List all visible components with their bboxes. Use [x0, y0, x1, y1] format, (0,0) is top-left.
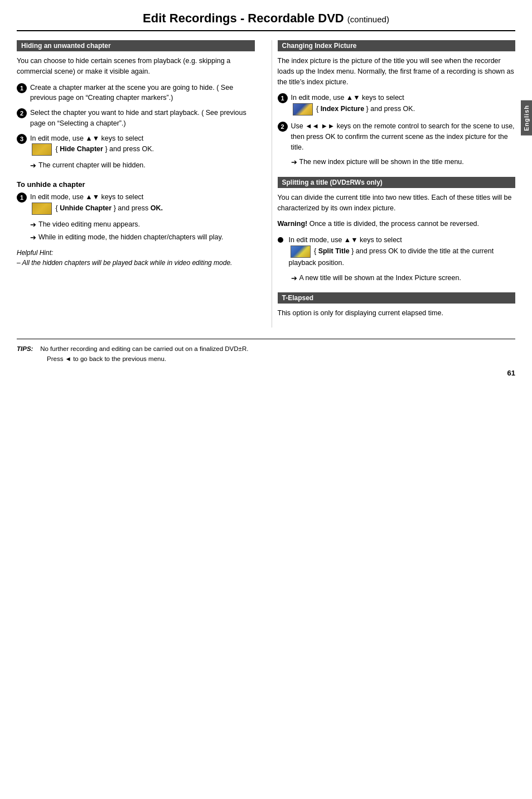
english-label: English [521, 100, 532, 136]
changing-step-2-content: Use ◄◄ ►► keys on the remote control to … [291, 121, 516, 152]
hiding-intro: You can choose to hide certain scenes fr… [17, 56, 255, 77]
unhide-chapter-icon [32, 203, 52, 215]
content-area: Hiding an unwanted chapter You can choos… [17, 40, 515, 328]
unhide-step-1-suffix: and press [118, 204, 148, 212]
arrow-icon-3: ➔ [30, 232, 36, 243]
tips-line2: Press ◄ to go back to the previous menu. [47, 355, 166, 362]
warning-paragraph: Warning! Once a title is divided, the pr… [278, 219, 516, 229]
changing-step-1-suffix: and press OK. [370, 105, 415, 113]
index-picture-icon [293, 103, 313, 115]
changing-step-num-1: 1 [278, 93, 288, 103]
unhide-arrow-2: ➔ While in editing mode, the hidden chap… [30, 232, 255, 243]
changing-step-1: 1 In edit mode, use ▲▼ keys to select { … [278, 93, 516, 115]
split-title-label: Split Title [318, 247, 350, 255]
title-text: Edit Recordings - Recordable DVD [143, 11, 344, 25]
unhide-arrow-1: ➔ The video editing menu appears. [30, 219, 255, 230]
hide-step-2: 2 Select the chapter you want to hide an… [17, 108, 255, 129]
step-num-3: 3 [17, 134, 27, 144]
splitting-step-1: In edit mode, use ▲▼ keys to select { Sp… [278, 235, 516, 268]
changing-arrow-1-text: The new index picture will be shown in t… [299, 157, 464, 167]
telapsed-text: This option is only for displaying curre… [278, 308, 516, 319]
tips-line1: No further recording and editing can be … [40, 345, 248, 352]
hide-step-1: 1 Create a chapter marker at the scene y… [17, 83, 255, 104]
split-title-icon [291, 246, 311, 258]
hint-label: Helpful Hint: [17, 249, 53, 257]
splitting-arrow-1-text: A new title will be shown at the Index P… [299, 273, 461, 283]
warning-label: Warning! [278, 220, 308, 228]
hiding-header: Hiding an unwanted chapter [17, 40, 255, 51]
index-picture-label: Index Picture [321, 105, 365, 113]
telapsed-header: T-Elapsed [278, 292, 516, 304]
bullet-icon [278, 237, 283, 243]
unhide-ok: OK. [151, 204, 163, 212]
right-column: Changing Index Picture The index picture… [272, 40, 516, 328]
arrow-icon: ➔ [30, 160, 36, 171]
changing-step-num-2: 2 [278, 122, 288, 132]
splitting-section: Splitting a title (DVD±RWs only) You can… [278, 177, 516, 283]
splitting-arrow-1: ➔ A new title will be shown at the Index… [291, 273, 516, 284]
step-num-2: 2 [17, 108, 27, 118]
unhide-section: To unhide a chapter 1 In edit mode, use … [17, 180, 255, 268]
hiding-section: Hiding an unwanted chapter You can choos… [17, 40, 255, 171]
title-continued: (continued) [347, 15, 389, 24]
tips-bar: TIPS: No further recording and editing c… [17, 339, 515, 364]
page-number: 61 [17, 369, 515, 377]
unhide-title: To unhide a chapter [17, 180, 255, 189]
hide-chapter-icon [32, 143, 52, 156]
unhide-step-1-text: In edit mode, use ▲▼ keys to select [30, 193, 143, 201]
unhide-step-1-content: In edit mode, use ▲▼ keys to select { Un… [30, 192, 255, 215]
hide-step-1-content: Create a chapter marker at the scene you… [30, 83, 255, 104]
telapsed-section: T-Elapsed This option is only for displa… [278, 292, 516, 319]
unhide-step-num-1: 1 [17, 192, 27, 203]
page: Edit Recordings - Recordable DVD (contin… [0, 0, 532, 799]
hide-chapter-label: Hide Chapter [60, 146, 103, 153]
arrow-icon-5: ➔ [291, 273, 297, 284]
splitting-step-1-text: In edit mode, use ▲▼ keys to select [289, 236, 402, 244]
splitting-step-1-content: In edit mode, use ▲▼ keys to select { Sp… [289, 235, 516, 268]
changing-header: Changing Index Picture [278, 40, 516, 51]
changing-arrow-1: ➔ The new index picture will be shown in… [291, 157, 516, 168]
arrow-icon-2: ➔ [30, 219, 36, 230]
hide-arrow-1: ➔ The current chapter will be hidden. [30, 160, 255, 171]
hint-text: – All the hidden chapters will be played… [17, 259, 232, 267]
splitting-header: Splitting a title (DVD±RWs only) [278, 177, 516, 188]
hide-step-3-content: In edit mode, use ▲▼ keys to select { Hi… [30, 133, 255, 156]
unhide-chapter-label: Unhide Chapter [60, 204, 112, 212]
changing-step-1-content: In edit mode, use ▲▼ keys to select { In… [291, 93, 516, 115]
changing-intro: The index picture is the picture of the … [278, 56, 516, 87]
warning-text: Once a title is divided, the process can… [307, 220, 479, 228]
changing-step-1-text: In edit mode, use ▲▼ keys to select [291, 94, 404, 102]
tips-label: TIPS: [17, 345, 33, 352]
hide-step-3-suffix: and press OK. [109, 146, 154, 153]
changing-section: Changing Index Picture The index picture… [278, 40, 516, 168]
left-column: Hiding an unwanted chapter You can choos… [17, 40, 260, 328]
unhide-arrow-2-text: While in editing mode, the hidden chapte… [38, 232, 223, 243]
changing-step-2: 2 Use ◄◄ ►► keys on the remote control t… [278, 121, 516, 152]
unhide-step-1: 1 In edit mode, use ▲▼ keys to select { … [17, 192, 255, 215]
hide-step-3: 3 In edit mode, use ▲▼ keys to select { … [17, 133, 255, 156]
page-title: Edit Recordings - Recordable DVD (contin… [17, 11, 515, 31]
arrow-icon-4: ➔ [291, 157, 297, 168]
splitting-intro: You can divide the current title into tw… [278, 192, 516, 214]
hide-step-3-text: In edit mode, use ▲▼ keys to select [30, 134, 143, 142]
hide-step-2-content: Select the chapter you want to hide and … [30, 108, 255, 129]
step-num-1: 1 [17, 83, 27, 93]
helpful-hint: Helpful Hint: – All the hidden chapters … [17, 248, 255, 268]
hide-arrow-1-text: The current chapter will be hidden. [38, 160, 146, 171]
unhide-arrow-1-text: The video editing menu appears. [38, 219, 140, 230]
